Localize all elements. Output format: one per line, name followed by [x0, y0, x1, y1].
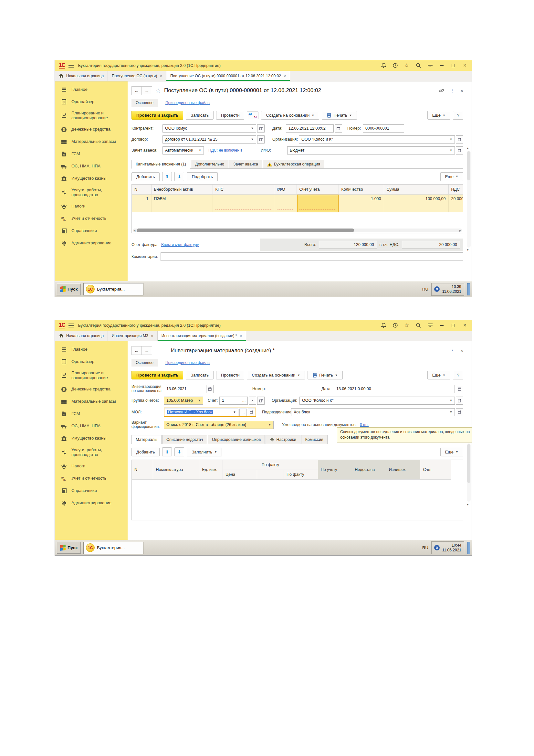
- sidebar-item-catalogs[interactable]: Справочники: [55, 225, 128, 237]
- sidebar-item-accounting[interactable]: ДтКт Учет и отчетность: [55, 213, 128, 225]
- more-button[interactable]: Еще▼: [427, 371, 450, 379]
- clear-account-button[interactable]: ×: [249, 396, 256, 405]
- cell-vat[interactable]: 20 000,00: [448, 194, 463, 212]
- minimize-icon[interactable]: [439, 323, 445, 328]
- move-up-button[interactable]: ⬆: [162, 172, 172, 181]
- inventory-date-field[interactable]: 13.06.2021: [164, 385, 205, 393]
- table-row[interactable]: 1 ПЭВМ 1.000 100 000,00 20 000,00: [132, 194, 463, 212]
- show-desktop-button[interactable]: [467, 542, 470, 554]
- col-header-account[interactable]: Счет: [420, 460, 451, 479]
- get-link-icon[interactable]: [439, 88, 444, 94]
- restore-window-icon[interactable]: [450, 323, 456, 328]
- main-menu-icon[interactable]: [68, 324, 74, 327]
- account-field[interactable]: 1 …: [219, 396, 248, 405]
- close-window-icon[interactable]: ×: [462, 323, 468, 328]
- date-field[interactable]: 12.06.2021 12:00:02: [286, 124, 334, 132]
- restore-window-icon[interactable]: [450, 63, 456, 68]
- minimize-icon[interactable]: [439, 63, 445, 68]
- vertical-scrollbar[interactable]: ▼: [467, 444, 471, 501]
- scrollbar-thumb[interactable]: [137, 229, 354, 232]
- dt-kt-button[interactable]: Дт Кт: [247, 112, 258, 119]
- sidebar-item-administration[interactable]: Администрирование: [55, 237, 128, 250]
- col-header-n[interactable]: N: [132, 185, 151, 194]
- open-account-button[interactable]: [257, 396, 265, 405]
- account-group-field[interactable]: 105.00: Матер ▼: [164, 396, 203, 405]
- create-based-on-button[interactable]: Создать на основании▼: [261, 111, 319, 120]
- cell-n[interactable]: 1: [132, 194, 151, 212]
- vat-settings-link[interactable]: НДС: не включен в: [208, 148, 257, 152]
- subtab-main[interactable]: Основное: [132, 359, 158, 366]
- open-contract-button[interactable]: [257, 135, 265, 144]
- cell-kps-empty[interactable]: [213, 194, 274, 212]
- sidebar-item-materials[interactable]: Материальные запасы: [55, 136, 128, 148]
- table-more-button[interactable]: Еще▼: [440, 448, 463, 456]
- organization-field[interactable]: ООО "Колос и К" ▼: [299, 396, 455, 405]
- formation-variant-field[interactable]: Опись с 2018 г. Счет в таблице (26 знако…: [164, 421, 274, 429]
- fill-button[interactable]: Заполнить▼: [187, 448, 222, 456]
- sidebar-item-taxes[interactable]: Налоги: [55, 460, 128, 472]
- col-header-kfo[interactable]: КФО: [274, 185, 296, 194]
- cell-asset[interactable]: ПЭВМ: [151, 194, 213, 212]
- dropdown-icon[interactable]: ▼: [267, 421, 273, 429]
- save-button[interactable]: Записать: [186, 371, 214, 379]
- attached-files-link[interactable]: Присоединенные файлы: [165, 361, 210, 365]
- forward-button[interactable]: →: [142, 346, 152, 355]
- entered-docs-link[interactable]: 0 шт.: [360, 422, 369, 427]
- dropdown-icon[interactable]: ▼: [448, 409, 454, 416]
- ellipsis-button[interactable]: …: [240, 409, 247, 416]
- tray-network-icon[interactable]: [434, 286, 440, 292]
- favorites-star-icon[interactable]: ☆: [404, 323, 410, 328]
- close-tab-icon[interactable]: ×: [151, 334, 153, 338]
- sidebar-item-fixed-assets[interactable]: ОС, НМА, НПА: [55, 160, 128, 173]
- service-menu-icon[interactable]: [427, 63, 433, 68]
- col-header-vat[interactable]: НДС: [448, 185, 463, 194]
- col-header-fact-group[interactable]: По факту: [222, 460, 318, 470]
- sidebar-item-treasury[interactable]: Имущество казны: [55, 432, 128, 445]
- sidebar-item-money[interactable]: Р Денежные средства: [55, 383, 128, 395]
- subtab-main[interactable]: Основное: [132, 99, 158, 107]
- close-tab-icon[interactable]: ×: [284, 74, 286, 78]
- history-icon[interactable]: [392, 63, 398, 68]
- tray-network-icon[interactable]: [434, 545, 440, 551]
- calendar-icon[interactable]: [335, 124, 342, 132]
- open-contragent-button[interactable]: [257, 124, 265, 132]
- sidebar-item-administration[interactable]: Администрирование: [55, 497, 128, 509]
- tab-os-receipt-doc[interactable]: Поступление ОС (в пути) 0000-000001 от 1…: [166, 71, 291, 81]
- close-window-icon[interactable]: ×: [462, 63, 468, 68]
- tab-home[interactable]: Начальная страница: [55, 331, 108, 341]
- mol-field-focused[interactable]: Петухов И.С. - Хоз блок ▼ …: [164, 408, 256, 417]
- tab-home[interactable]: Начальная страница: [55, 71, 108, 81]
- tab-advance-offset[interactable]: Зачет аванса: [229, 160, 262, 169]
- help-button[interactable]: ?: [453, 111, 463, 120]
- sidebar-item-fixed-assets[interactable]: ОС, НМА, НПА: [55, 420, 128, 432]
- notifications-bell-icon[interactable]: [381, 323, 386, 328]
- dropdown-icon[interactable]: ▼: [232, 409, 238, 416]
- print-button[interactable]: Печать▼: [308, 371, 343, 379]
- move-up-button[interactable]: ⬆: [162, 447, 172, 456]
- start-button[interactable]: Пуск: [57, 542, 81, 554]
- dropdown-icon[interactable]: ▼: [448, 136, 454, 143]
- col-header-price[interactable]: Цена: [222, 470, 257, 479]
- ifo-field[interactable]: Бюджет ▼: [287, 147, 455, 154]
- dropdown-icon[interactable]: ▼: [249, 136, 255, 143]
- more-actions-icon[interactable]: ⋮: [450, 88, 454, 93]
- tab-commission[interactable]: Комиссия: [301, 435, 328, 444]
- close-tab-icon[interactable]: ×: [240, 334, 242, 338]
- col-header-account[interactable]: Счет учета: [296, 185, 339, 194]
- tab-shortage-writeoff[interactable]: Списание недостач: [162, 435, 207, 444]
- calendar-icon[interactable]: [456, 385, 463, 393]
- sidebar-item-treasury[interactable]: Имущество казны: [55, 173, 128, 185]
- dropdown-icon[interactable]: ▼: [249, 125, 255, 132]
- move-down-button[interactable]: ⬇: [174, 172, 184, 181]
- tray-clock[interactable]: 10:44 11.06.2021: [442, 543, 461, 553]
- table-more-button[interactable]: Еще▼: [440, 172, 463, 181]
- cell-account-selected[interactable]: [296, 194, 339, 212]
- date-field[interactable]: 13.06.2021 0:00:00: [334, 385, 455, 393]
- sidebar-item-fuel[interactable]: ГСМ: [55, 408, 128, 420]
- favorite-star-icon[interactable]: ☆: [155, 87, 161, 94]
- col-header-nomenclature[interactable]: Номенклатура: [153, 460, 199, 479]
- back-button[interactable]: ←: [132, 346, 142, 355]
- col-header-asset[interactable]: Внеоборотный актив: [151, 185, 213, 194]
- more-button[interactable]: Еще▼: [427, 111, 450, 120]
- col-header-kps[interactable]: КПС: [213, 185, 274, 194]
